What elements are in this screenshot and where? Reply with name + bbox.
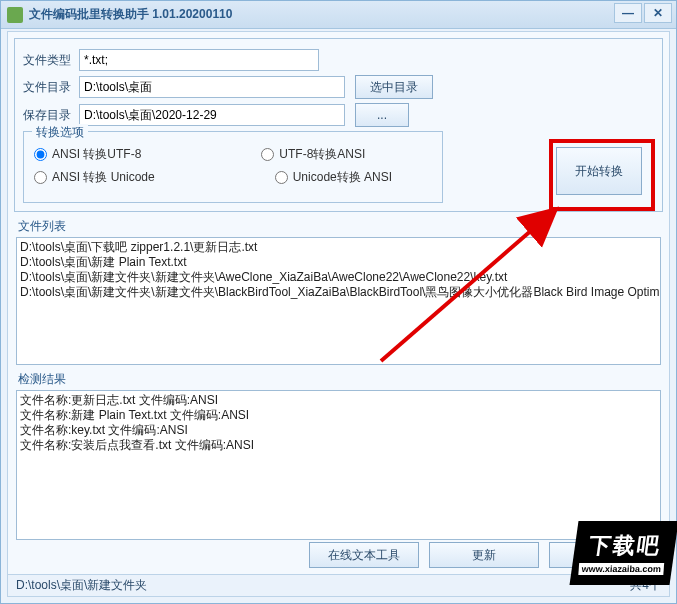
radio-utf8-ansi[interactable]: UTF-8转换ANSI <box>261 146 365 163</box>
radio-label: Unicode转换 ANSI <box>293 169 392 186</box>
radio-ansi-utf8[interactable]: ANSI 转换UTF-8 <box>34 146 141 163</box>
online-tool-button[interactable]: 在线文本工具 <box>309 542 419 568</box>
save-dir-input[interactable] <box>79 104 345 126</box>
app-icon <box>7 7 23 23</box>
list-item: 文件名称:安装后点我查看.txt 文件编码:ANSI <box>20 438 657 453</box>
list-item[interactable]: D:\tools\桌面\下载吧 zipper1.2.1\更新日志.txt <box>20 240 657 255</box>
watermark: 下载吧 www.xiazaiba.com <box>570 521 677 585</box>
client-area: 文件类型 文件目录 选中目录 保存目录 ... 转换选项 ANSI 转换UTF-… <box>7 31 670 597</box>
radio-unicode-ansi[interactable]: Unicode转换 ANSI <box>275 169 392 186</box>
radio-label: UTF-8转换ANSI <box>279 146 365 163</box>
save-dir-label: 保存目录 <box>23 107 79 124</box>
convert-options-fieldset: 转换选项 ANSI 转换UTF-8 UTF-8转换ANSI ANSI 转换 Un… <box>23 131 443 203</box>
detect-result-box[interactable]: 文件名称:更新日志.txt 文件编码:ANSI 文件名称:新建 Plain Te… <box>16 390 661 540</box>
close-button[interactable]: ✕ <box>644 3 672 23</box>
app-window: 文件编码批里转换助手 1.01.20200110 — ✕ 文件类型 文件目录 选… <box>0 0 677 604</box>
start-convert-button[interactable]: 开始转换 <box>556 147 642 195</box>
watermark-url: www.xiazaiba.com <box>579 563 665 575</box>
radio-ansi-unicode[interactable]: ANSI 转换 Unicode <box>34 169 155 186</box>
titlebar: 文件编码批里转换助手 1.01.20200110 — ✕ <box>1 1 676 29</box>
file-dir-input[interactable] <box>79 76 345 98</box>
list-item: 文件名称:key.txt 文件编码:ANSI <box>20 423 657 438</box>
file-list-label: 文件列表 <box>18 218 669 235</box>
radio-label: ANSI 转换UTF-8 <box>52 146 141 163</box>
list-item[interactable]: D:\tools\桌面\新建 Plain Text.txt <box>20 255 657 270</box>
convert-options-legend: 转换选项 <box>32 124 88 141</box>
select-dir-button[interactable]: 选中目录 <box>355 75 433 99</box>
status-path: D:\tools\桌面\新建文件夹 <box>16 577 147 594</box>
file-type-input[interactable] <box>79 49 319 71</box>
minimize-button[interactable]: — <box>614 3 642 23</box>
top-panel: 文件类型 文件目录 选中目录 保存目录 ... 转换选项 ANSI 转换UTF-… <box>14 38 663 212</box>
file-list-box[interactable]: D:\tools\桌面\下载吧 zipper1.2.1\更新日志.txt D:\… <box>16 237 661 365</box>
browse-button[interactable]: ... <box>355 103 409 127</box>
file-type-label: 文件类型 <box>23 52 79 69</box>
radio-label: ANSI 转换 Unicode <box>52 169 155 186</box>
watermark-text: 下载吧 <box>587 531 663 561</box>
file-dir-label: 文件目录 <box>23 79 79 96</box>
list-item[interactable]: D:\tools\桌面\新建文件夹\新建文件夹\BlackBirdTool_Xi… <box>20 285 657 300</box>
window-title: 文件编码批里转换助手 1.01.20200110 <box>29 6 232 23</box>
list-item: 文件名称:新建 Plain Text.txt 文件编码:ANSI <box>20 408 657 423</box>
detect-result-label: 检测结果 <box>18 371 669 388</box>
update-button[interactable]: 更新 <box>429 542 539 568</box>
list-item: 文件名称:更新日志.txt 文件编码:ANSI <box>20 393 657 408</box>
list-item[interactable]: D:\tools\桌面\新建文件夹\新建文件夹\AweClone_XiaZaiB… <box>20 270 657 285</box>
